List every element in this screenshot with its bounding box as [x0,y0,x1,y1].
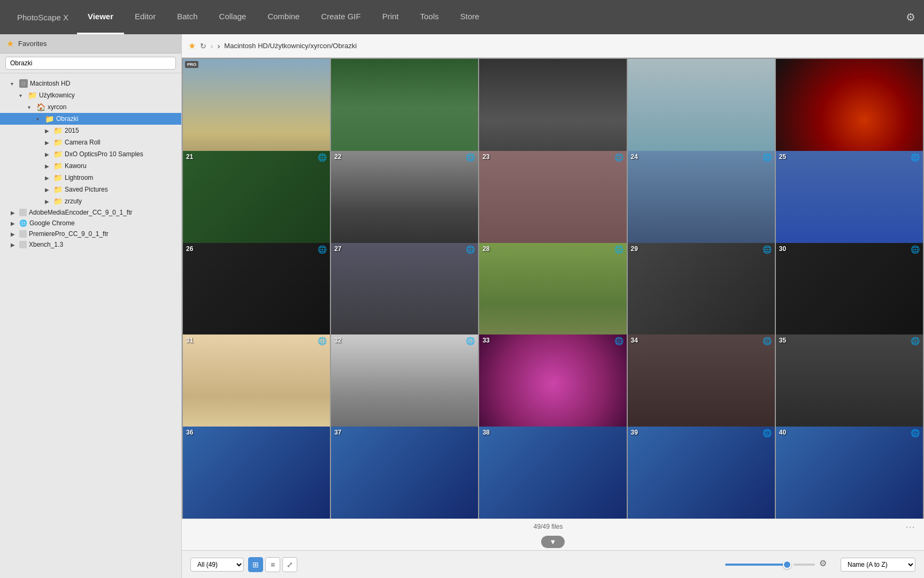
globe-icon: 🌐 [318,337,327,345]
tree-item-premiere-pro[interactable]: ▶ PremierePro_CC_9_0_1_ftr [0,229,181,239]
zoom-slider-area: ⚙ [725,558,832,571]
sort-dropdown[interactable]: Name (A to Z) Name (Z to A) Date Size [841,558,915,572]
globe-icon: 🌐 [466,153,475,162]
settings-icon[interactable]: ⚙ [906,11,915,24]
photo-number: 32 [334,337,341,344]
photo-number: 25 [779,153,786,161]
photo-number: 40 [779,429,786,436]
globe-icon: 🌐 [318,245,327,254]
favorites-star-icon[interactable]: ★ [6,39,14,49]
tree-item-saved-pictures[interactable]: ▶ 📁 Saved Pictures [0,184,181,195]
globe-icon: 🌐 [763,429,772,437]
photo-cell-21[interactable]: 36 [183,427,330,519]
favorites-label: Favorites [18,40,47,48]
list-view-button[interactable]: ≡ [265,557,280,572]
tree-item-xyrcon[interactable]: ▾ 🏠 xyrcon [0,101,181,113]
folder-icon-uzutkownicy: 📁 [28,91,37,100]
globe-icon: 🌐 [763,337,772,345]
photo-number: 21 [186,153,193,161]
grid-settings-icon[interactable]: ⚙ [819,558,832,571]
globe-icon: 🌐 [318,153,327,162]
tree-item-2015[interactable]: ▶ 📁 2015 [0,125,181,136]
filter-dropdown[interactable]: All (49) Photos Videos RAW [190,558,244,572]
photo-number: 30 [779,245,786,253]
nav-create-gif[interactable]: Create GIF [310,0,371,34]
path-star-icon[interactable]: ★ [188,41,196,51]
photo-cell-23[interactable]: 38 [479,427,626,519]
tree-arrow-macintosh-hd: ▾ [11,81,17,87]
top-nav: PhotoScape X Viewer Editor Batch Collage… [0,0,924,34]
photo-number: 22 [334,153,341,161]
pro-badge: PRO [185,61,198,68]
tree-item-lightroom[interactable]: ▶ 📁 Lightroom [0,172,181,184]
zoom-slider-track[interactable] [725,564,789,566]
photo-number: 36 [186,429,193,436]
folder-icon-zrzuty: 📁 [53,197,63,206]
globe-icon: 🌐 [614,245,623,254]
more-options-icon[interactable]: ··· [906,522,915,531]
photo-number: 31 [186,337,193,344]
view-toggle: ⊞ ≡ ⤢ [248,557,297,572]
tree-item-google-chrome[interactable]: ▶ 🌐 Google Chrome [0,218,181,229]
folder-icon-dxo: 📁 [53,150,63,158]
photo-number: 26 [186,245,193,253]
photo-number: 28 [482,245,489,253]
globe-icon: 🌐 [466,337,475,345]
photo-number: 24 [631,153,638,161]
globe-icon: 🌐 [911,245,920,254]
app-title: PhotoScape X [9,13,77,22]
photo-number: 39 [631,429,638,436]
nav-editor[interactable]: Editor [124,0,166,34]
grid-view-button[interactable]: ⊞ [248,557,263,572]
photo-number: 23 [482,153,489,161]
globe-icon: 🌐 [614,153,623,162]
globe-icon: 🌐 [763,153,772,162]
photo-number: 34 [631,337,638,344]
globe-icon: 🌐 [911,337,920,345]
tree-item-dxo[interactable]: ▶ 📁 DxO OpticsPro 10 Samples [0,148,181,160]
search-box [0,54,181,73]
tree-item-kaworu[interactable]: ▶ 📁 Kaworu [0,160,181,172]
folder-icon-xyrcon: 🏠 [36,103,45,111]
nav-print[interactable]: Print [372,0,410,34]
folder-icon-camera-roll: 📁 [53,138,63,147]
path-refresh-icon[interactable]: ↻ [200,42,206,50]
tree-item-uzutkownicy[interactable]: ▾ 📁 Użytkownicy [0,89,181,101]
photo-cell-25[interactable]: 40🌐 [776,427,923,519]
main-area: ★ Favorites ▾ □ Macintosh HD ▾ 📁 Użytkow… [0,34,924,578]
photo-cell-24[interactable]: 39🌐 [628,427,775,519]
tree-item-macintosh-hd[interactable]: ▾ □ Macintosh HD [0,78,181,89]
photo-cell-22[interactable]: 37 [331,427,478,519]
photo-number: 33 [482,337,489,344]
zoom-slider-thumb[interactable] [783,560,791,569]
expand-button[interactable]: ▼ [541,536,565,548]
nav-batch[interactable]: Batch [166,0,208,34]
path-back-icon[interactable]: ‹ [211,42,213,50]
tree-item-xbench[interactable]: ▶ Xbench_1.3 [0,239,181,250]
tree-item-camera-roll[interactable]: ▶ 📁 Camera Roll [0,136,181,148]
favorites-bar: ★ Favorites [0,34,181,54]
folder-icon-2015: 📁 [53,126,63,135]
globe-icon: 🌐 [466,245,475,254]
search-input[interactable] [5,57,176,70]
nav-collage[interactable]: Collage [209,0,257,34]
nav-combine[interactable]: Combine [257,0,310,34]
path-forward-icon[interactable]: › [218,42,220,50]
tree-item-obrazki[interactable]: ▾ 📁 Obrazki [0,113,181,125]
photo-number: 27 [334,245,341,253]
nav-viewer[interactable]: Viewer [77,0,124,34]
tree-item-adobe-media[interactable]: ▶ AdobeMediaEncoder_CC_9_0_1_ftr [0,207,181,218]
nav-tools[interactable]: Tools [409,0,449,34]
expand-view-button[interactable]: ⤢ [282,557,297,572]
content-area: ★ ↻ ‹ › Macintosh HD/Użytkownicy/xyrcon/… [182,34,924,578]
nav-store[interactable]: Store [450,0,490,34]
folder-icon-kaworu: 📁 [53,162,63,170]
sidebar: ★ Favorites ▾ □ Macintosh HD ▾ 📁 Użytkow… [0,34,182,578]
tree-item-zrzuty[interactable]: ▶ 📁 zrzuty [0,195,181,207]
photo-number: 38 [482,429,489,436]
folder-icon-obrazki: 📁 [45,115,54,123]
photo-number: 35 [779,337,786,344]
zoom-slider-right [794,564,815,566]
hd-icon: □ [19,79,28,88]
folder-icon-saved-pictures: 📁 [53,185,63,194]
